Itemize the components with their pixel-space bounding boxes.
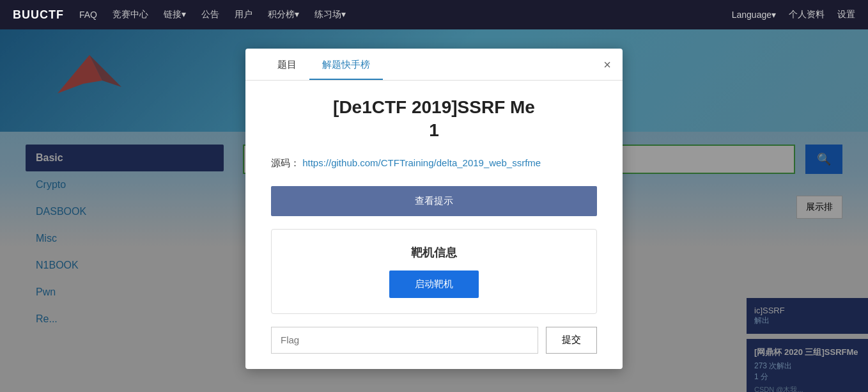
nav-language[interactable]: Language▾ — [732, 10, 776, 20]
modal-dialog: × 题目 解题快手榜 [De1CTF 2019]SSRF Me 1 — [245, 49, 623, 369]
hint-button[interactable]: 查看提示 — [271, 186, 597, 216]
problem-source: 源码： https://github.com/CTFTraining/delta… — [271, 155, 597, 171]
tab-leaderboard[interactable]: 解题快手榜 — [309, 49, 383, 80]
tab-problem[interactable]: 题目 — [265, 49, 309, 80]
submit-flag-button[interactable]: 提交 — [546, 327, 597, 354]
modal-tabs: 题目 解题快手榜 — [245, 49, 623, 81]
nav-notice[interactable]: 公告 — [201, 9, 219, 20]
nav-faq[interactable]: FAQ — [79, 10, 97, 20]
source-link[interactable]: https://github.com/CTFTraining/delta_201… — [302, 157, 541, 168]
nav-contest-center[interactable]: 竞赛中心 — [112, 9, 148, 20]
problem-title: [De1CTF 2019]SSRF Me 1 — [271, 96, 597, 143]
nav-users[interactable]: 用户 — [235, 9, 252, 20]
nav-scoreboard[interactable]: 积分榜▾ — [268, 9, 299, 20]
page-background: Basic Crypto DASBOOK Misc N1BOOK Pwn Re.… — [0, 29, 868, 392]
modal-content: [De1CTF 2019]SSRF Me 1 源码： https://githu… — [245, 81, 623, 369]
nav-practice[interactable]: 练习场▾ — [314, 9, 346, 20]
flag-input[interactable] — [271, 327, 538, 354]
start-machine-button[interactable]: 启动靶机 — [389, 270, 479, 298]
modal-close-button[interactable]: × — [603, 58, 611, 72]
navbar-right: Language▾ 个人资料 设置 — [732, 9, 855, 20]
flag-area: 提交 — [271, 327, 597, 354]
navbar-brand: BUUCTF — [13, 8, 64, 22]
target-info-box: 靶机信息 启动靶机 — [271, 229, 597, 314]
target-section-title: 靶机信息 — [287, 245, 581, 260]
nav-settings[interactable]: 设置 — [837, 9, 855, 20]
nav-profile[interactable]: 个人资料 — [789, 9, 825, 20]
modal-overlay[interactable]: × 题目 解题快手榜 [De1CTF 2019]SSRF Me 1 — [0, 29, 868, 392]
nav-links[interactable]: 链接▾ — [164, 9, 186, 20]
navbar: BUUCTF FAQ 竞赛中心 链接▾ 公告 用户 积分榜▾ 练习场▾ Lang… — [0, 0, 868, 29]
